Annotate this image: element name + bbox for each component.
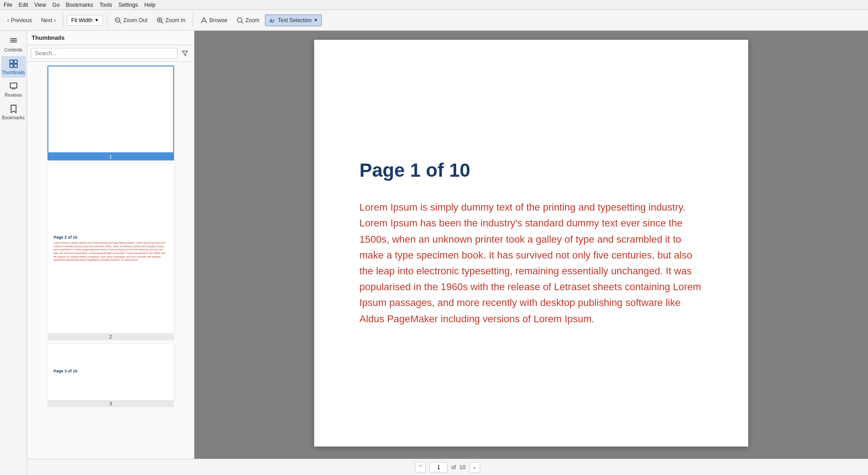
zoom-button[interactable]: Zoom	[233, 15, 263, 26]
zoom-out-icon	[114, 17, 122, 24]
thumb-item-3[interactable]: Page 3 of 10 3	[27, 342, 194, 409]
zoom-in-icon	[156, 17, 164, 24]
thumbnails-panel: Thumbnails 1 Page 2 of 10 Lorem	[27, 31, 194, 475]
thumb-page-content-2: Page 2 of 10 Lorem Ipsum is simply dummy…	[48, 165, 173, 332]
menu-bookmarks[interactable]: Bookmarks	[66, 2, 93, 8]
menu-settings[interactable]: Settings	[118, 2, 138, 8]
page-body: Lorem Ipsum is simply dummy text of the …	[359, 199, 703, 327]
prev-icon: ‹	[7, 17, 9, 24]
content-area: Page 1 of 10 Lorem Ipsum is simply dummy…	[194, 31, 868, 475]
page-title: Page 1 of 10	[359, 160, 703, 181]
thumb-number-1: 1	[47, 153, 174, 160]
browse-button[interactable]: Browse	[197, 15, 231, 26]
thumb-number-2: 2	[47, 333, 174, 340]
fit-width-select[interactable]: Fit Width ▼	[67, 15, 103, 26]
menu-edit[interactable]: Edit	[19, 2, 28, 8]
zoom-in-button[interactable]: Zoom In	[153, 15, 189, 26]
thumb-page-content-3: Page 3 of 10	[48, 345, 173, 399]
fit-width-chevron-icon: ▼	[94, 18, 99, 23]
thumb-page-content-1	[48, 66, 173, 152]
menu-tools[interactable]: Tools	[99, 2, 112, 8]
sidebar-item-reviews[interactable]: Reviews	[1, 79, 26, 100]
thumb-item-1[interactable]: 1	[27, 64, 194, 162]
sidebar-item-contents[interactable]: Contents	[1, 33, 26, 55]
menu-help[interactable]: Help	[144, 2, 156, 8]
thumb-title-3: Page 3 of 10	[54, 369, 78, 373]
sidebar-item-thumbnails[interactable]: Thumbnails	[1, 56, 26, 78]
filter-button[interactable]	[179, 48, 190, 59]
bookmarks-icon	[9, 104, 19, 114]
filter-icon	[181, 50, 189, 57]
thumb-wrapper-3: Page 3 of 10	[47, 344, 174, 400]
thumb-text-2: Lorem Ipsum is simply dummy text of the …	[54, 241, 168, 262]
thumb-wrapper-2: Page 2 of 10 Lorem Ipsum is simply dummy…	[47, 164, 174, 333]
svg-text:AI: AI	[269, 19, 274, 24]
page-input[interactable]	[429, 462, 448, 473]
svg-line-1	[119, 22, 121, 24]
thumb-item-2[interactable]: Page 2 of 10 Lorem Ipsum is simply dummy…	[27, 162, 194, 342]
thumbnails-icon	[9, 59, 19, 69]
next-icon: ›	[54, 17, 56, 24]
page-prev-button[interactable]: ⌃	[415, 462, 426, 473]
sep-1	[63, 14, 63, 27]
menu-view[interactable]: View	[34, 2, 46, 8]
svg-rect-17	[14, 64, 17, 67]
sep-3	[193, 14, 193, 27]
prev-button[interactable]: ‹ Previous	[4, 15, 36, 25]
thumb-wrapper-1	[47, 66, 174, 153]
thumbnails-search-row	[27, 45, 194, 62]
contents-icon	[9, 36, 19, 46]
menu-go[interactable]: Go	[52, 2, 60, 8]
menu-bar: File Edit View Go Bookmarks Tools Settin…	[0, 0, 868, 10]
ai-text-icon: AI	[269, 17, 276, 24]
text-selection-button[interactable]: AI Text Selection ▼	[265, 14, 322, 26]
thumb-title-2: Page 2 of 10	[54, 235, 78, 240]
thumbnails-header: Thumbnails	[27, 31, 194, 45]
svg-line-9	[241, 22, 243, 24]
svg-point-8	[237, 18, 242, 22]
zoom-icon	[236, 17, 244, 24]
svg-rect-14	[9, 60, 13, 63]
thumbnails-list: 1 Page 2 of 10 Lorem Ipsum is simply dum…	[27, 62, 194, 475]
zoom-out-button[interactable]: Zoom Out	[111, 15, 151, 26]
sep-2	[107, 14, 107, 27]
browse-icon	[200, 17, 208, 24]
sidebar-item-bookmarks[interactable]: Bookmarks	[1, 101, 26, 123]
page-nav: ⌃ of 10 ⌄	[27, 459, 868, 475]
menu-file[interactable]: File	[4, 2, 12, 8]
main-layout: Contents Thumbnails Reviews Bookmarks Th…	[0, 31, 868, 475]
svg-line-4	[161, 22, 163, 24]
page-next-button[interactable]: ⌄	[469, 462, 480, 473]
reviews-icon	[9, 81, 19, 91]
pdf-page-1: Page 1 of 10 Lorem Ipsum is simply dummy…	[314, 40, 748, 447]
thumb-number-3: 3	[47, 400, 174, 407]
svg-rect-15	[14, 60, 17, 63]
search-input[interactable]	[31, 48, 178, 59]
text-selection-chevron-icon: ▼	[313, 18, 318, 23]
toolbar: ‹ Previous Next › Fit Width ▼ Zoom Out Z…	[0, 10, 868, 31]
svg-rect-16	[9, 64, 13, 67]
next-button[interactable]: Next ›	[38, 15, 60, 25]
sidebar-icons: Contents Thumbnails Reviews Bookmarks	[0, 31, 27, 475]
